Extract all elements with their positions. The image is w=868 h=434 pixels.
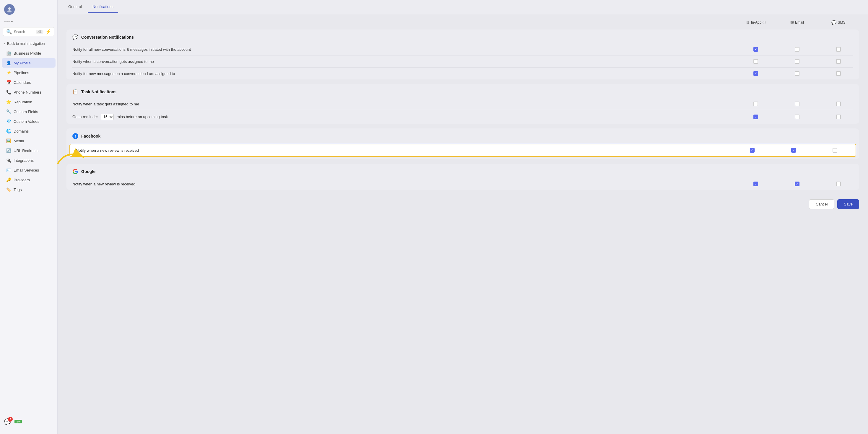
sidebar-item-custom-values[interactable]: 💎 Custom Values [2, 117, 56, 126]
business-profile-icon: 🏢 [6, 51, 11, 56]
row-wrapper-fb-review: Notify when a new review is received [69, 144, 856, 157]
checkbox-email-fb-review[interactable] [791, 148, 796, 153]
search-bar[interactable]: 🔍 Search ⌘K ⚡ [3, 27, 54, 36]
google-header: Google [66, 164, 859, 178]
search-kbd: ⌘K [36, 30, 43, 34]
checkbox-email-all-conversations[interactable] [795, 47, 800, 52]
add-icon[interactable]: ⚡ [45, 29, 51, 35]
checkbox-inapp-all-conversations[interactable] [753, 47, 758, 52]
cell-email-task-reminder [785, 115, 809, 119]
cell-sms-new-messages [827, 71, 850, 76]
sms-icon: 💬 [831, 20, 836, 25]
cell-email-google-review [785, 182, 809, 186]
sidebar-item-pipelines[interactable]: ⚡ Pipelines [2, 68, 56, 78]
checkbox-email-google-review[interactable] [795, 182, 800, 186]
checkbox-inapp-fb-review[interactable] [750, 148, 754, 153]
row-task-reminder: Get a reminder 15 30 60 mins before an u… [66, 110, 859, 124]
sidebar-bottom: 💬 3 new [0, 415, 57, 428]
reputation-label: Reputation [13, 100, 32, 104]
checkbox-sms-fb-review[interactable] [833, 148, 837, 153]
checkbox-email-new-messages[interactable] [795, 71, 800, 76]
checkbox-sms-task-assigned[interactable] [836, 101, 841, 106]
checkbox-inapp-assigned-conversation[interactable] [753, 59, 758, 64]
svg-point-0 [8, 7, 11, 10]
cancel-button[interactable]: Cancel [809, 199, 834, 209]
checkbox-inapp-task-assigned[interactable] [753, 101, 758, 106]
business-profile-label: Business Profile [13, 51, 41, 56]
google-title: Google [81, 169, 95, 174]
sidebar-item-reputation[interactable]: ⭐ Reputation [2, 97, 56, 106]
row-all-conversations: Notify for all new conversations & messa… [66, 43, 859, 55]
section-facebook: f Facebook Notify when a new review is r… [66, 128, 859, 159]
cell-email-fb-review [782, 148, 805, 153]
notif-label-assigned-conversation: Notify when a conversation gets assigned… [72, 59, 744, 64]
sidebar-item-calendars[interactable]: 📅 Calendars [2, 78, 56, 87]
sidebar-item-my-profile[interactable]: 👤 My Profile [2, 58, 56, 68]
facebook-header: f Facebook [66, 128, 859, 143]
sidebar-item-providers[interactable]: 🔑 Providers [2, 175, 56, 185]
url-redirects-icon: ↪️ [6, 148, 11, 153]
section-conversation: 💬 Conversation Notifications Notify for … [66, 30, 859, 80]
conversation-header: 💬 Conversation Notifications [66, 30, 859, 43]
reminder-select[interactable]: 15 30 60 [101, 114, 114, 120]
row-google-review: Notify when a new review is received [66, 178, 859, 190]
sidebar-item-url-redirects[interactable]: ↪️ URL Redirects [2, 146, 56, 155]
calendars-label: Calendars [13, 80, 31, 85]
cell-email-assigned-conversation [785, 59, 809, 64]
notif-label-fb-review: Notify when a new review is received [76, 148, 740, 153]
cell-sms-google-review [827, 182, 850, 186]
row-task-assigned: Notify when a task gets assigned to me [66, 98, 859, 110]
my-profile-icon: 👤 [6, 61, 11, 65]
sidebar-item-custom-fields[interactable]: 🔧 Custom Fields [2, 107, 56, 116]
cell-inapp-fb-review [740, 148, 764, 153]
chat-widget[interactable]: 💬 3 new [4, 418, 53, 425]
sidebar-item-tags[interactable]: 🏷️ Tags [2, 185, 56, 194]
search-label: Search [14, 30, 34, 34]
notif-label-google-review: Notify when a new review is received [72, 182, 744, 186]
checkbox-inapp-google-review[interactable] [753, 182, 758, 186]
checkbox-sms-assigned-conversation[interactable] [836, 59, 841, 64]
checkbox-sms-all-conversations[interactable] [836, 47, 841, 52]
checkbox-sms-task-reminder[interactable] [836, 115, 841, 119]
task-section-icon: 📋 [72, 89, 78, 94]
chevron-down-icon: ▾ [11, 20, 13, 23]
cell-sms-all-conversations [827, 47, 850, 52]
sidebar-item-domains[interactable]: 🌐 Domains [2, 126, 56, 136]
checkbox-email-task-reminder[interactable] [795, 115, 800, 119]
checkbox-sms-new-messages[interactable] [836, 71, 841, 76]
checkbox-inapp-new-messages[interactable] [753, 71, 758, 76]
sidebar-item-business-profile[interactable]: 🏢 Business Profile [2, 49, 56, 58]
cell-inapp-task-reminder [744, 115, 768, 119]
chat-badge: 💬 3 [4, 418, 11, 425]
cell-email-all-conversations [785, 47, 809, 52]
notif-label-task-reminder: Get a reminder 15 30 60 mins before an u… [72, 114, 744, 120]
pipelines-label: Pipelines [13, 70, 29, 75]
content-area: 🖥 In-App ⓘ ✉ Email 💬 SMS 💬 Conversation … [58, 14, 868, 434]
tab-general[interactable]: General [63, 1, 87, 13]
cell-sms-task-assigned [827, 101, 850, 106]
back-label: Back to main navigation [7, 42, 44, 46]
checkbox-email-assigned-conversation[interactable] [795, 59, 800, 64]
checkboxes-task-reminder [744, 115, 853, 119]
checkbox-sms-google-review[interactable] [836, 182, 841, 186]
save-button[interactable]: Save [837, 199, 859, 209]
checkbox-inapp-task-reminder[interactable] [753, 115, 758, 119]
back-to-main-nav[interactable]: ‹ Back to main navigation [0, 39, 57, 48]
tags-icon: 🏷️ [6, 187, 11, 192]
domains-icon: 🌐 [6, 129, 11, 133]
cell-email-new-messages [785, 71, 809, 76]
sidebar-item-integrations[interactable]: 🔌 Integrations [2, 156, 56, 165]
sidebar-item-email-services[interactable]: ✉️ Email Services [2, 165, 56, 175]
svg-point-1 [7, 10, 11, 12]
providers-label: Providers [13, 178, 30, 182]
cell-email-task-assigned [785, 101, 809, 106]
checkboxes-assigned-conversation [744, 59, 853, 64]
sidebar-item-phone-numbers[interactable]: 📞 Phone Numbers [2, 87, 56, 97]
tab-notifications[interactable]: Notifications [88, 1, 118, 13]
checkboxes-task-assigned [744, 101, 853, 106]
account-selector[interactable]: ······ ▾ [0, 18, 57, 25]
checkbox-email-task-assigned[interactable] [795, 101, 800, 106]
sidebar-nav: 🏢 Business Profile 👤 My Profile ⚡ Pipeli… [0, 48, 57, 194]
sidebar-item-media[interactable]: 🖼️ Media [2, 136, 56, 146]
integrations-icon: 🔌 [6, 158, 11, 163]
